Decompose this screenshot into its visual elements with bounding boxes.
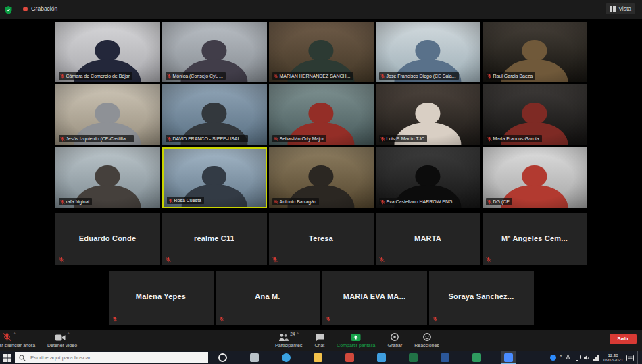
participant-tile[interactable]: Eduardo Conde [55,213,160,265]
participant-name: Jose Francisco Diego (CE Sala... [387,73,456,79]
participant-tile[interactable]: rafa friginal [55,147,160,208]
file-explorer-icon[interactable] [310,351,326,364]
taskbar-search[interactable] [15,352,208,363]
reactions-smiley-icon [422,332,432,342]
participant-name: Sebastián Orty Major [280,136,324,142]
mic-muted-icon [3,332,11,342]
show-desktop-button[interactable] [637,351,640,364]
participant-name: Mónica (Consejo CyL ... [173,73,223,79]
view-button[interactable]: Vista [606,3,635,14]
tray-display-icon[interactable] [574,355,581,361]
mic-muted-icon [326,316,331,322]
mic-muted-icon [486,257,491,263]
mic-muted-icon [59,257,64,263]
participant-name: Teresa [269,234,374,242]
participant-name-label: DG (CE [486,198,513,205]
participant-tile[interactable]: MARTA [376,213,480,265]
recording-indicator: Grabación [23,5,57,12]
participant-tile[interactable]: Raul Garcia Baeza [483,22,587,82]
edge-icon [282,353,291,362]
taskbar-clock[interactable]: 12:30 16/02/2021 [603,353,623,363]
participant-tile[interactable]: Sebastián Orty Major [269,84,374,145]
mic-muted-icon [272,257,278,263]
participant-tile[interactable]: Cámara de Comercio de Béjar [55,22,160,82]
participant-name: MARIAN HERNANDEZ SANCH... [280,73,351,79]
word-icon[interactable] [437,351,453,364]
participant-tile[interactable]: Eva Castellano HARROW ENG... [376,147,480,208]
mail-icon[interactable] [374,351,389,364]
tray-zoom-icon[interactable] [550,355,556,361]
participants-button[interactable]: 24 ^ Participantes [269,332,308,348]
participant-tile[interactable]: Rosa Cuesta [162,147,267,208]
participant-tile[interactable]: Luis F. Martín TJC [376,84,480,145]
participant-name-label: Raul Garcia Baeza [486,72,536,80]
tray-expand-caret-icon[interactable]: ^ [560,355,562,361]
store-icon[interactable] [342,351,357,364]
participants-caret-icon[interactable]: ^ [296,332,299,337]
record-label: Grabar [387,343,402,348]
participants-label: Participantes [275,343,302,348]
participant-row: Jesús Izquierdo (CE-Castilla ...DAVID FR… [0,84,642,145]
meeting-topbar: Grabación Vista [0,0,642,19]
participant-name: Soraya Sanchez... [429,292,534,301]
powerpoint-icon[interactable] [469,351,485,364]
participant-row: Eduardo Conderealme C11TeresaMARTAMª Ang… [0,213,642,265]
excel-icon [409,353,418,362]
file-explorer-icon [314,353,322,362]
participant-name: Ana M. [216,292,320,301]
windows-logo-icon [3,354,11,362]
participant-name: MARTA [376,234,480,242]
zoom-meeting-window: Grabación Vista Cámara de Comercio de Bé… [0,0,642,364]
reactions-button[interactable]: Reacciones [408,332,445,348]
participants-count-badge: 24 [290,332,295,336]
participant-tile[interactable]: Marta Francos García [483,84,587,145]
chat-button[interactable]: Chat [308,332,330,348]
edge-icon[interactable] [278,351,294,364]
participant-name: Eva Castellano HARROW ENG... [387,199,457,205]
leave-meeting-button[interactable]: Salir [610,334,637,344]
stop-video-label: Detener vídeo [47,343,77,348]
stop-video-button[interactable]: ^ Detener vídeo [41,332,83,348]
participant-tile[interactable]: MARIAN HERNANDEZ SANCH... [269,22,374,82]
tray-mic-icon[interactable] [566,355,570,361]
participant-tile[interactable]: Mª Angeles Cem... [483,213,587,265]
participant-tile[interactable]: Jose Francisco Diego (CE Sala... [376,22,480,82]
participant-name-label: Mónica (Consejo CyL ... [166,72,226,80]
record-button[interactable]: Grabar [381,332,408,348]
cortana-icon[interactable] [215,351,230,364]
participant-tile[interactable]: Jesús Izquierdo (CE-Castilla ... [55,84,160,145]
excel-icon[interactable] [405,351,421,364]
participant-tile[interactable]: Antonio Barragán [269,147,374,208]
participant-name-label: Sebastián Orty Major [272,135,327,142]
mic-muted-icon [166,257,171,263]
participant-tile[interactable]: Mónica (Consejo CyL ... [162,22,267,82]
unmute-label: Reactivar silenciar ahora [0,343,35,348]
zoom-app-icon[interactable] [501,351,516,364]
clock-date: 16/02/2021 [603,358,623,363]
participant-tile[interactable]: Teresa [269,213,374,265]
participant-tile[interactable]: realme C11 [162,213,267,265]
task-view-icon[interactable] [247,351,262,364]
start-button[interactable] [0,351,15,364]
mic-muted-icon [219,316,224,322]
chat-bubble-icon [315,333,324,342]
windows-taskbar: ^ 12:30 16/02/2021 [0,351,642,364]
participant-tile[interactable]: Malena Yepes [109,271,214,325]
unmute-button[interactable]: ^ Reactivar silenciar ahora [0,332,41,348]
tray-volume-icon[interactable] [584,355,590,361]
video-options-caret-icon[interactable]: ^ [67,332,70,337]
tray-network-icon[interactable] [593,355,599,361]
participant-tile[interactable]: DAVID FRANCO - SIPPE-USAL ... [162,84,267,145]
participant-tile[interactable]: Ana M. [216,271,320,325]
search-input[interactable] [29,354,204,361]
share-screen-button[interactable]: Compartir pantalla [330,332,381,348]
participant-tile[interactable]: DG (CE [483,147,587,208]
participant-tile[interactable]: Soraya Sanchez... [429,271,534,325]
mic-options-caret-icon[interactable]: ^ [13,332,16,337]
participant-name: rafa friginal [66,199,90,205]
action-center-icon[interactable] [626,355,634,361]
participant-name: MARIA EVA MA... [322,292,427,301]
participant-tile[interactable]: MARIA EVA MA... [322,271,427,325]
store-icon [345,353,354,362]
word-icon [441,353,449,362]
